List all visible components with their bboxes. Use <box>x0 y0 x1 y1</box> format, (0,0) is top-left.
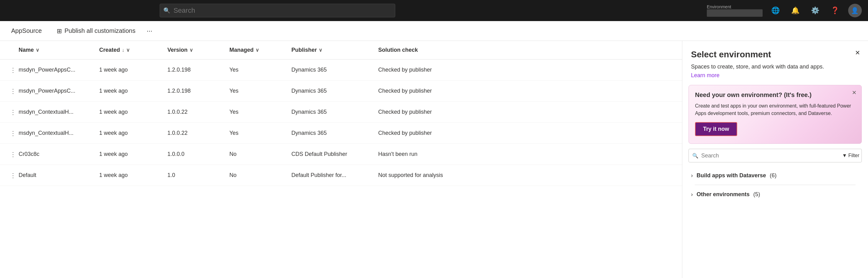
panel-search-icon: 🔍 <box>692 153 699 159</box>
environment-label: Environment <box>707 4 731 9</box>
main-content: Name ∨ Created ↓ ∨ Version ∨ Managed ∨ P… <box>0 41 868 278</box>
row-context-menu[interactable]: ⋮ <box>7 172 19 179</box>
table-header: Name ∨ Created ↓ ∨ Version ∨ Managed ∨ P… <box>0 41 682 60</box>
col-header-solution: Solution check <box>378 47 675 53</box>
managed-sort-icon: ∨ <box>255 47 259 53</box>
settings-button[interactable]: ⚙️ <box>808 4 822 18</box>
environment-selector[interactable]: Environment <box>707 4 763 17</box>
publish-all-label: Publish all customizations <box>64 27 135 34</box>
row-context-menu[interactable]: ⋮ <box>7 87 19 95</box>
cell-name: msdyn_ContextualH... <box>19 130 99 136</box>
panel-search-wrapper: 🔍 ▼ Filter <box>688 149 862 162</box>
table-body: ⋮ msdyn_PowerAppsC... 1 week ago 1.2.0.1… <box>0 60 682 186</box>
env-divider <box>695 185 856 185</box>
cell-version: 1.2.0.198 <box>167 88 229 94</box>
env-group-label: Other environments <box>696 191 750 198</box>
more-options-button[interactable]: ··· <box>147 27 152 35</box>
col-header-publisher[interactable]: Publisher ∨ <box>291 47 378 53</box>
version-sort-icon: ∨ <box>189 47 193 53</box>
environment-groups: › Build apps with Dataverse (6) › Other … <box>682 166 868 204</box>
cell-publisher: CDS Default Publisher <box>291 151 378 157</box>
cell-version: 1.0.0.22 <box>167 130 229 136</box>
cell-created: 1 week ago <box>99 67 167 73</box>
cell-created: 1 week ago <box>99 109 167 115</box>
help-button[interactable]: ❓ <box>828 4 842 18</box>
publish-all-button[interactable]: ⊞ Publish all customizations <box>53 25 139 37</box>
cell-managed: Yes <box>229 67 291 73</box>
environment-value[interactable] <box>707 9 763 17</box>
cell-name: msdyn_ContextualH... <box>19 109 99 115</box>
side-panel: ✕ Select environment Spaces to create, s… <box>682 41 868 278</box>
env-group-label: Build apps with Dataverse <box>696 172 766 179</box>
created-sort-icon: ∨ <box>126 47 130 53</box>
table-row[interactable]: ⋮ Cr03c8c 1 week ago 1.0.0.0 No CDS Defa… <box>0 144 682 165</box>
filter-label: Filter <box>848 153 859 158</box>
panel-title: Select environment <box>691 50 859 60</box>
nav-right: Environment 🌐 🔔 ⚙️ ❓ 👤 <box>707 4 862 18</box>
cell-publisher: Dynamics 365 <box>291 88 378 94</box>
appsource-button[interactable]: AppSource <box>7 25 45 37</box>
cell-solution: Hasn't been run <box>378 151 675 157</box>
col-header-name[interactable]: Name ∨ <box>19 47 99 53</box>
cell-publisher: Dynamics 365 <box>291 67 378 73</box>
promo-title: Need your own environment? (It's free.) <box>695 91 855 98</box>
cell-name: Default <box>19 172 99 179</box>
search-input[interactable] <box>160 4 395 18</box>
cell-version: 1.2.0.198 <box>167 67 229 73</box>
table-row[interactable]: ⋮ msdyn_PowerAppsC... 1 week ago 1.2.0.1… <box>0 81 682 102</box>
col-header-managed[interactable]: Managed ∨ <box>229 47 291 53</box>
appsource-label: AppSource <box>11 27 42 34</box>
row-context-menu[interactable]: ⋮ <box>7 109 19 116</box>
created-sort-down-icon: ↓ <box>122 48 124 53</box>
env-group-count: (6) <box>770 172 777 179</box>
cell-managed: Yes <box>229 88 291 94</box>
filter-button[interactable]: ▼ Filter <box>842 153 859 158</box>
cell-publisher: Dynamics 365 <box>291 130 378 136</box>
cell-created: 1 week ago <box>99 130 167 136</box>
env-group-item[interactable]: › Build apps with Dataverse (6) <box>688 167 862 183</box>
cell-managed: No <box>229 172 291 179</box>
cell-managed: No <box>229 151 291 157</box>
promo-close-button[interactable]: ✕ <box>850 88 858 97</box>
try-it-now-button[interactable]: Try it now <box>695 122 737 136</box>
cell-managed: Yes <box>229 130 291 136</box>
learn-more-link[interactable]: Learn more <box>691 72 719 79</box>
panel-search-input[interactable] <box>688 149 862 162</box>
toolbar: AppSource ⊞ Publish all customizations ·… <box>0 21 868 41</box>
avatar[interactable]: 👤 <box>848 4 862 18</box>
cell-publisher: Dynamics 365 <box>291 109 378 115</box>
table-row[interactable]: ⋮ msdyn_ContextualH... 1 week ago 1.0.0.… <box>0 102 682 123</box>
cell-name: Cr03c8c <box>19 151 99 157</box>
cell-publisher: Default Publisher for... <box>291 172 378 179</box>
panel-close-button[interactable]: ✕ <box>852 47 863 58</box>
table-row[interactable]: ⋮ msdyn_PowerAppsC... 1 week ago 1.2.0.1… <box>0 60 682 81</box>
table-area: Name ∨ Created ↓ ∨ Version ∨ Managed ∨ P… <box>0 41 682 278</box>
table-row[interactable]: ⋮ Default 1 week ago 1.0 No Default Publ… <box>0 165 682 186</box>
panel-header: Select environment Spaces to create, sto… <box>682 41 868 79</box>
chevron-right-icon: › <box>691 172 693 179</box>
env-group-item[interactable]: › Other environments (5) <box>688 186 862 203</box>
row-context-menu[interactable]: ⋮ <box>7 151 19 158</box>
globe-icon-button[interactable]: 🌐 <box>769 4 782 18</box>
notifications-button[interactable]: 🔔 <box>788 4 802 18</box>
panel-subtitle: Spaces to create, store, and work with d… <box>691 63 859 71</box>
row-context-menu[interactable]: ⋮ <box>7 66 19 74</box>
row-context-menu[interactable]: ⋮ <box>7 129 19 137</box>
filter-icon: ▼ <box>842 153 847 158</box>
env-group-count: (5) <box>753 191 760 198</box>
search-icon: 🔍 <box>163 7 170 14</box>
cell-created: 1 week ago <box>99 172 167 179</box>
promo-card: ✕ Need your own environment? (It's free.… <box>688 85 862 144</box>
cell-created: 1 week ago <box>99 88 167 94</box>
cell-created: 1 week ago <box>99 151 167 157</box>
col-header-version[interactable]: Version ∨ <box>167 47 229 53</box>
table-row[interactable]: ⋮ msdyn_ContextualH... 1 week ago 1.0.0.… <box>0 123 682 144</box>
publisher-sort-icon: ∨ <box>319 47 322 53</box>
cell-solution: Not supported for analysis <box>378 172 675 179</box>
cell-solution: Checked by publisher <box>378 67 675 73</box>
cell-version: 1.0.0.0 <box>167 151 229 157</box>
cell-managed: Yes <box>229 109 291 115</box>
publish-icon: ⊞ <box>57 27 62 35</box>
col-header-created[interactable]: Created ↓ ∨ <box>99 47 167 53</box>
search-wrapper: 🔍 <box>160 4 395 18</box>
